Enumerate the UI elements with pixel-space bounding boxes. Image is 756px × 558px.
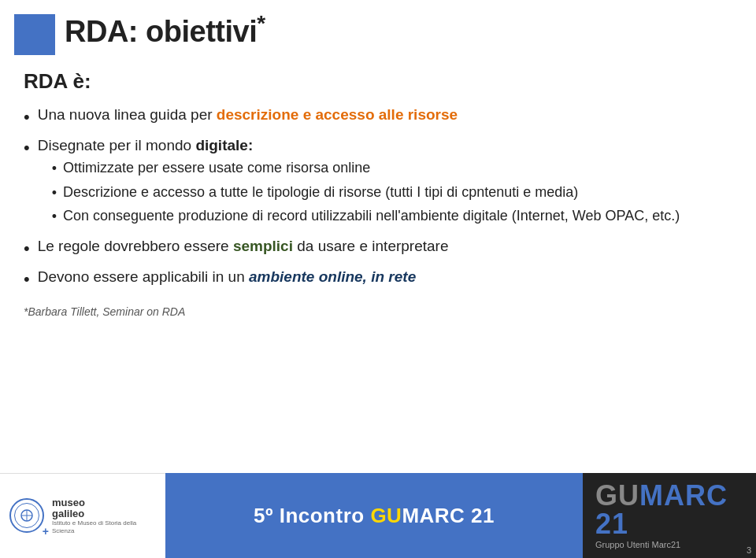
highlight-semplici: semplici bbox=[233, 238, 293, 254]
slide-title: RDA: obiettivi* bbox=[65, 11, 265, 49]
footer: + museo galileo Istituto e Museo di Stor… bbox=[0, 473, 756, 558]
bullet-text-4: Devono essere applicabili in un ambiente… bbox=[38, 267, 732, 287]
gumarc-logo: GUMARC 21 Gruppo Utenti Marc21 bbox=[595, 482, 743, 549]
sub-bullet-2: • Descrizione e accesso a tutte le tipol… bbox=[52, 183, 732, 202]
gumarc-sub: Gruppo Utenti Marc21 bbox=[595, 540, 680, 549]
sub-bullet-3: • Con conseguente produzione di record u… bbox=[52, 206, 732, 226]
bullet-text-3: Le regole dovrebbero essere semplici da … bbox=[38, 236, 732, 257]
museo-sub-text: Istituto e Museo di Storia della Scienza bbox=[52, 519, 139, 534]
bullet-icon-2: • bbox=[24, 136, 30, 160]
museum-logo-row: + museo galileo Istituto e Museo di Stor… bbox=[9, 497, 139, 535]
gumarc-gu: GU bbox=[595, 479, 639, 512]
footnote: *Barbara Tillett, Seminar on RDA bbox=[24, 305, 732, 318]
bullet-item-3: • Le regole dovrebbero essere semplici d… bbox=[24, 236, 732, 261]
bullet-item-1: • Una nuova linea guida per descrizione … bbox=[24, 105, 732, 129]
gumarc-marc: MARC bbox=[639, 479, 728, 512]
gumarc-title: GUMARC 21 bbox=[595, 482, 743, 538]
sub-bullet-icon-3: • bbox=[52, 207, 57, 226]
main-bullet-list: • Una nuova linea guida per descrizione … bbox=[24, 105, 732, 291]
page-number: 3 bbox=[747, 545, 751, 555]
bullet-text-2: Disegnate per il mondo digitale: bbox=[38, 137, 254, 153]
sub-bullet-icon-2: • bbox=[52, 183, 57, 202]
footer-marc-text: MARC 21 bbox=[402, 504, 495, 527]
footer-gu-highlight: GU bbox=[370, 504, 402, 527]
footer-center: 5º Incontro GUMARC 21 bbox=[165, 473, 583, 558]
title-text: RDA: obiettivi bbox=[65, 15, 257, 48]
sub-bullet-icon-1: • bbox=[52, 159, 57, 178]
footer-logo-section: + museo galileo Istituto e Museo di Stor… bbox=[0, 473, 165, 558]
bullet-item-2: • Disegnate per il mondo digitale: • Ott… bbox=[24, 135, 732, 231]
slide-content: RDA è: • Una nuova linea guida per descr… bbox=[24, 69, 732, 467]
footer-right: GUMARC 21 Gruppo Utenti Marc21 bbox=[583, 473, 756, 558]
title-asterisk: * bbox=[257, 11, 265, 35]
bullet-item-4: • Devono essere applicabili in un ambien… bbox=[24, 267, 732, 291]
museo-text-block: museo galileo Istituto e Museo di Storia… bbox=[52, 497, 139, 535]
footer-center-text: 5º Incontro GUMARC 21 bbox=[254, 504, 495, 528]
sub-bullet-text-1: Ottimizzate per essere usate come risors… bbox=[63, 158, 732, 177]
bullet-icon-1: • bbox=[24, 105, 30, 129]
museo-circle-outer bbox=[9, 498, 44, 533]
header-accent-box bbox=[14, 14, 55, 55]
bullet-icon-3: • bbox=[24, 237, 30, 261]
sub-bullet-list: • Ottimizzate per essere usate come riso… bbox=[52, 158, 732, 226]
highlight-descrizione: descrizione e accesso alle risorse bbox=[217, 106, 458, 123]
bullet-text-1: Una nuova linea guida per descrizione e … bbox=[38, 105, 732, 125]
sub-bullet-text-2: Descrizione e accesso a tutte le tipolog… bbox=[63, 183, 732, 201]
highlight-ambiente: ambiente online, in rete bbox=[249, 268, 416, 285]
sub-bullet-text-3: Con conseguente produzione di record uti… bbox=[63, 206, 732, 225]
bullet-text-2-wrap: Disegnate per il mondo digitale: • Ottim… bbox=[38, 135, 732, 231]
museum-icon-wrap: + bbox=[9, 498, 44, 534]
gumarc-num: 21 bbox=[595, 508, 628, 540]
section-label: RDA è: bbox=[24, 69, 732, 94]
footer-incontro-prefix: 5º Incontro bbox=[254, 504, 370, 527]
museo-name-line1: museo galileo bbox=[52, 497, 85, 520]
museo-circle-inner bbox=[14, 503, 39, 528]
highlight-digitale: digitale: bbox=[195, 137, 253, 153]
museo-icon-svg bbox=[20, 508, 34, 523]
logo-plus: + bbox=[43, 525, 49, 538]
bullet-icon-4: • bbox=[24, 268, 30, 291]
sub-bullet-1: • Ottimizzate per essere usate come riso… bbox=[52, 158, 732, 178]
